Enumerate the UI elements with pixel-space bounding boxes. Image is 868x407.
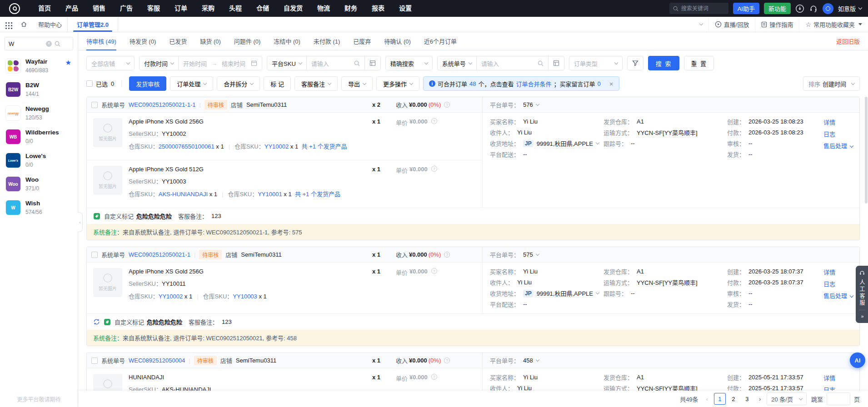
nav-item-13[interactable]: 报表 <box>364 0 392 17</box>
live-replay-button[interactable]: 直播/回放 <box>708 17 755 32</box>
tab-8[interactable]: 已废弃 <box>353 32 371 50</box>
batch-input-icon[interactable] <box>364 56 380 70</box>
store-item-b2w[interactable]: B2W B2W 144/1 <box>0 78 78 101</box>
address-row[interactable]: 收货地址：JP99991,秋田県,APPLE <box>490 139 604 148</box>
tab-1[interactable]: 待审核 (49) <box>86 32 116 50</box>
nav-item-11[interactable]: 物流 <box>310 0 337 17</box>
prev-page-arrow[interactable]: ‹ <box>705 396 709 402</box>
order-type-select[interactable]: 订单类型 <box>569 56 623 70</box>
order-checkbox[interactable] <box>91 357 98 364</box>
action-button-3[interactable]: 标 记 <box>264 76 291 91</box>
close-icon[interactable]: × <box>609 80 614 87</box>
clear-icon[interactable]: × <box>46 41 52 47</box>
nav-item-2[interactable]: 产品 <box>58 0 85 17</box>
reset-button[interactable]: 重 置 <box>684 56 714 70</box>
store-search[interactable]: × <box>5 37 73 50</box>
help-center-tab[interactable]: 帮助中心 <box>33 17 67 32</box>
new-feature-button[interactable]: 新功能 <box>764 3 791 14</box>
order-management-tab[interactable]: 订单管理2.0 <box>67 17 118 32</box>
warehouse-sku-link[interactable]: YY10003 <box>233 293 257 300</box>
order-detail-link[interactable]: 详情 <box>823 373 859 382</box>
tab-7[interactable]: 未付款 (1) <box>314 32 340 50</box>
nav-item-5[interactable]: 客服 <box>140 0 167 17</box>
nav-item-9[interactable]: 仓储 <box>249 0 276 17</box>
store-item-newegg[interactable]: newegg Newegg 120/53 <box>0 101 78 125</box>
action-button-1[interactable]: 订单处理 <box>170 76 213 91</box>
store-item-lowes[interactable]: Lowe's Lowe's 0/0 <box>0 149 78 172</box>
platform-order-no[interactable]: 平台单号：576 <box>482 97 859 112</box>
favorites-button[interactable]: ☆ 常用功能收藏夹 <box>799 17 868 32</box>
nav-item-6[interactable]: 订单 <box>167 0 195 17</box>
advanced-filter-button[interactable] <box>627 56 644 70</box>
platform-order-no[interactable]: 平台单号：575 <box>482 247 859 262</box>
customer-service-widget[interactable]: 人工客服 » <box>856 266 868 323</box>
apps-waffle-icon[interactable] <box>0 17 15 32</box>
star-icon[interactable]: ★ <box>65 59 71 66</box>
version-switcher[interactable]: 如意版 <box>838 4 862 13</box>
warehouse-sku-link[interactable]: AKS-HUNIANDAJI <box>159 191 208 198</box>
download-icon[interactable] <box>795 4 804 13</box>
order-no-type-select[interactable]: 系统单号 <box>438 56 476 70</box>
after-sale-link[interactable]: 售后处理 <box>823 141 859 150</box>
scrollbar[interactable] <box>865 97 868 204</box>
nav-item-4[interactable]: 广告 <box>113 0 140 17</box>
sidebar-collapse-handle[interactable]: ‹ <box>78 212 83 232</box>
page-number-1[interactable]: 1 <box>714 393 726 405</box>
order-detail-link[interactable]: 详情 <box>823 118 859 126</box>
nav-item-1[interactable]: 首页 <box>31 0 58 17</box>
action-button-4[interactable]: 客服备注 <box>294 76 338 91</box>
action-button-5[interactable]: 导出 <box>341 76 373 91</box>
page-size-select[interactable]: 20 条/页 <box>767 392 807 405</box>
jump-input[interactable] <box>827 392 850 405</box>
sku-keyword-input[interactable]: 请输入 <box>306 56 364 70</box>
global-search-input[interactable] <box>681 5 722 12</box>
order-no-link[interactable]: WEC0892512050004 <box>129 357 185 364</box>
nav-item-10[interactable]: 自发货 <box>276 0 310 17</box>
date-range-picker[interactable]: 开始时间 → 结束时间 <box>178 56 262 70</box>
action-button-2[interactable]: 合并拆分 <box>217 76 260 91</box>
guide-button[interactable]: 操作指南 <box>755 17 799 32</box>
more-products-link[interactable]: 共 +1 个发货产品 <box>301 143 347 150</box>
order-no-link[interactable]: WEC0902512050021-1 <box>129 251 190 258</box>
nav-item-12[interactable]: 财务 <box>337 0 364 17</box>
page-number-3[interactable]: 3 <box>741 393 753 405</box>
ai-fab-button[interactable]: AI <box>850 352 865 368</box>
store-item-wayfair[interactable]: Wayfair 4690/883 ★ <box>0 54 78 78</box>
action-button-6[interactable]: 更多操作 <box>376 76 419 91</box>
tab-4[interactable]: 缺货 (0) <box>200 32 221 50</box>
tab-6[interactable]: 冻结中 (0) <box>274 32 300 50</box>
tab-3[interactable]: 已发货 <box>169 32 187 50</box>
user-avatar[interactable] <box>823 3 833 14</box>
warehouse-sku-link[interactable]: 25000076550100061 <box>159 143 215 150</box>
tab-9[interactable]: 待确认 (0) <box>384 32 411 50</box>
ship-audit-button[interactable]: 发货审核 <box>129 76 166 91</box>
order-checkbox[interactable] <box>91 102 98 108</box>
sku-type-select[interactable]: 平台SKU <box>267 56 306 70</box>
store-item-wish[interactable]: W Wish 574/56 <box>0 196 78 219</box>
more-products-link[interactable]: 共 +1 个发货产品 <box>295 191 340 198</box>
address-row[interactable]: 收货地址：JP99991,秋田県,APPLE <box>490 289 604 298</box>
warehouse-sku-link[interactable]: YY10002 <box>264 143 289 150</box>
collapse-chevron-icon[interactable] <box>691 17 708 32</box>
order-log-link[interactable]: 日志 <box>823 279 859 288</box>
nav-item-3[interactable]: 销售 <box>85 0 113 17</box>
order-checkbox[interactable] <box>91 252 98 258</box>
merge-condition-link[interactable]: 订单合并条件 <box>516 79 551 88</box>
order-no-input[interactable]: 请输入 <box>476 56 548 70</box>
store-item-wildberries[interactable]: WB Wildberries 0/0 <box>0 125 78 149</box>
platform-order-no[interactable]: 平台单号：458 <box>482 353 859 368</box>
warehouse-sku-link[interactable]: YY10001 <box>258 191 282 198</box>
order-no-link[interactable]: WEC0902512050021-1-1 <box>129 101 195 108</box>
nav-item-8[interactable]: 头程 <box>222 0 249 17</box>
store-item-woo[interactable]: Woo Woo 371/0 <box>0 172 78 196</box>
headset-icon[interactable] <box>809 4 818 13</box>
tab-5[interactable]: 问题件 (0) <box>234 32 261 50</box>
store-search-input[interactable] <box>9 40 43 47</box>
after-sale-link[interactable]: 售后处理 <box>823 291 859 300</box>
time-type-select[interactable]: 付款时间 <box>140 56 178 70</box>
order-detail-link[interactable]: 详情 <box>823 268 859 276</box>
batch-input-icon[interactable] <box>548 56 564 70</box>
global-search[interactable] <box>669 3 728 14</box>
home-icon[interactable] <box>15 17 33 32</box>
back-to-old-link[interactable]: 返回旧版 <box>836 37 860 45</box>
